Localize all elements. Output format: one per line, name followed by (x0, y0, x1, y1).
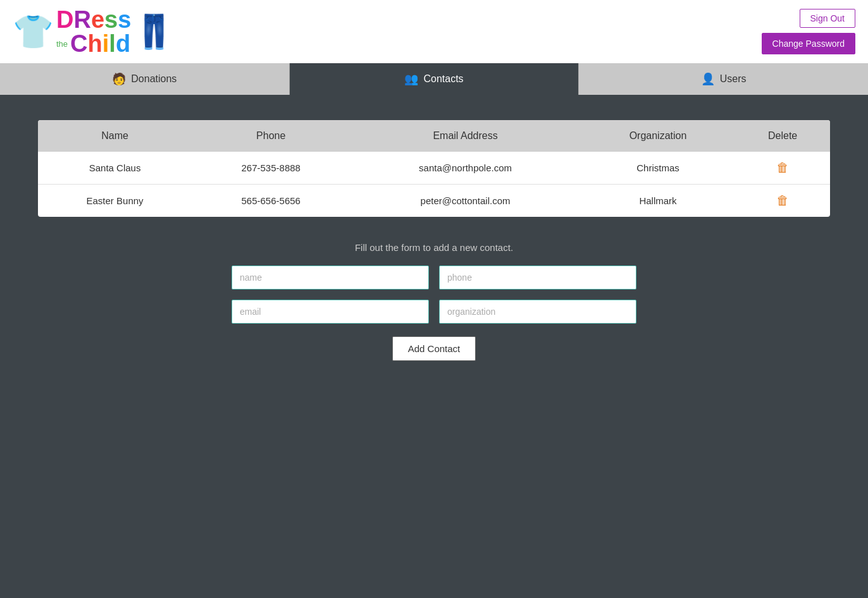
cell-organization: Christmas (581, 152, 735, 185)
main-nav: 🧑 Donations 👥 Contacts 👤 Users (0, 63, 868, 95)
header-actions: Sign Out Change Password (762, 9, 855, 54)
cell-delete: 🗑 (735, 152, 830, 185)
form-row-1 (232, 265, 636, 290)
cell-phone: 565-656-5656 (192, 185, 350, 217)
nav-users[interactable]: 👤 Users (579, 63, 868, 95)
pants-icon: 👖 (133, 13, 175, 51)
nav-contacts[interactable]: 👥 Contacts (290, 63, 580, 95)
cell-phone: 267-535-8888 (192, 152, 350, 185)
main-content: Name Phone Email Address Organization De… (0, 95, 868, 386)
nav-users-label: Users (720, 73, 747, 85)
cell-name: Easter Bunny (38, 185, 192, 217)
cell-name: Santa Claus (38, 152, 192, 185)
nav-contacts-label: Contacts (423, 73, 463, 85)
col-organization: Organization (581, 120, 735, 152)
add-contact-button[interactable]: Add Contact (392, 336, 476, 361)
cell-delete: 🗑 (735, 185, 830, 217)
phone-input[interactable] (439, 265, 636, 290)
delete-icon[interactable]: 🗑 (776, 161, 789, 174)
name-input[interactable] (232, 265, 429, 290)
logo: 👕 DRess the Child 👖 (13, 8, 175, 56)
sign-out-button[interactable]: Sign Out (800, 9, 855, 28)
logo-line1: DRess (56, 8, 131, 32)
cell-email: peter@cottontail.com (350, 185, 580, 217)
nav-donations[interactable]: 🧑 Donations (0, 63, 290, 95)
cell-organization: Hallmark (581, 185, 735, 217)
col-phone: Phone (192, 120, 350, 152)
contacts-table: Name Phone Email Address Organization De… (38, 120, 830, 217)
form-description: Fill out the form to add a new contact. (355, 242, 513, 253)
form-row-2 (232, 300, 636, 324)
logo-the: the (56, 39, 68, 49)
col-email: Email Address (350, 120, 580, 152)
logo-line2: Child (70, 32, 130, 56)
header: 👕 DRess the Child 👖 Sign Out Change Pass… (0, 0, 868, 63)
col-name: Name (38, 120, 192, 152)
add-contact-form: Fill out the form to add a new contact. … (38, 242, 830, 361)
organization-input[interactable] (439, 300, 636, 324)
table-row: Easter Bunny 565-656-5656 peter@cottonta… (38, 185, 830, 217)
contacts-icon: 👥 (404, 72, 418, 86)
email-input[interactable] (232, 300, 429, 324)
cell-email: santa@northpole.com (350, 152, 580, 185)
delete-icon[interactable]: 🗑 (776, 193, 789, 207)
users-icon: 👤 (701, 72, 715, 86)
nav-donations-label: Donations (131, 73, 177, 85)
table-row: Santa Claus 267-535-8888 santa@northpole… (38, 152, 830, 185)
brand-name: DRess the Child (56, 8, 131, 56)
shirt-icon: 👕 (13, 13, 54, 51)
col-delete: Delete (735, 120, 830, 152)
table-header-row: Name Phone Email Address Organization De… (38, 120, 830, 152)
change-password-button[interactable]: Change Password (762, 33, 855, 54)
donations-icon: 🧑 (112, 72, 126, 86)
